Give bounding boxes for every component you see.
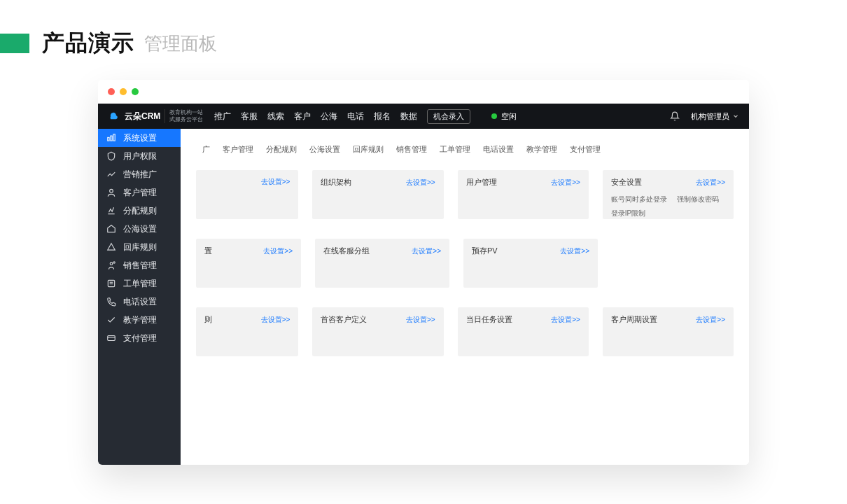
card-settings-link[interactable]: 去设置>>: [406, 315, 435, 325]
sidebar-item-sales[interactable]: 销售管理: [98, 256, 181, 274]
sidebar-item-ticket[interactable]: 工单管理: [98, 274, 181, 293]
sub-tab[interactable]: 工单管理: [433, 141, 477, 158]
card-sub-item[interactable]: 登录IP限制: [611, 209, 645, 218]
page-title: 产品演示: [42, 28, 134, 59]
chevron-down-icon: [732, 113, 739, 120]
top-nav: 推广 客服 线索 客户 公海 电话 报名 数据 机会录入: [214, 109, 470, 124]
card-title: 置: [204, 246, 212, 256]
teach-icon: [106, 315, 116, 325]
app-body: 系统设置用户权限营销推广客户管理分配规则公海设置回库规则销售管理工单管理电话设置…: [98, 129, 749, 465]
logo-tagline: 教育机构一站式服务云平台: [164, 109, 203, 123]
cloud-icon: [108, 110, 120, 122]
sub-tab[interactable]: 教学管理: [520, 141, 564, 158]
record-button[interactable]: 机会录入: [427, 109, 470, 124]
sidebar-item-user[interactable]: 客户管理: [98, 183, 181, 202]
topnav-item-signup[interactable]: 报名: [374, 111, 391, 122]
card-settings-link[interactable]: 去设置>>: [551, 315, 580, 325]
sidebar-item-allocate[interactable]: 分配规则: [98, 202, 181, 220]
app-topbar: 云朵CRM 教育机构一站式服务云平台 推广 客服 线索 客户 公海 电话 报名 …: [98, 104, 749, 129]
card-settings-link[interactable]: 去设置>>: [696, 315, 725, 325]
sidebar-item-settings[interactable]: 系统设置: [98, 129, 181, 147]
svg-point-3: [110, 189, 113, 192]
sidebar-item-label: 营销推广: [123, 169, 157, 181]
sub-tab[interactable]: 广: [196, 141, 216, 158]
card-settings-link[interactable]: 去设置>>: [406, 178, 435, 188]
topnav-item-promo[interactable]: 推广: [214, 111, 231, 122]
minimize-window-icon[interactable]: [120, 88, 127, 95]
topnav-item-service[interactable]: 客服: [241, 111, 258, 122]
pool-icon: [106, 224, 116, 234]
topnav-item-pool[interactable]: 公海: [321, 111, 337, 122]
topnav-item-leads[interactable]: 线索: [267, 111, 284, 122]
sidebar-item-shield[interactable]: 用户权限: [98, 147, 181, 165]
card-title: 预存PV: [472, 246, 498, 256]
sidebar-item-label: 电话设置: [123, 296, 157, 308]
card-settings-link[interactable]: 去设置>>: [263, 246, 293, 256]
settings-card: 首咨客户定义去设置>>: [312, 307, 443, 356]
sidebar-item-label: 支付管理: [123, 332, 157, 344]
topnav-item-customers[interactable]: 客户: [294, 111, 311, 122]
chart-icon: [106, 169, 116, 179]
sidebar-item-label: 分配规则: [123, 205, 157, 217]
svg-point-6: [113, 262, 115, 263]
card-settings-link[interactable]: 去设置>>: [560, 246, 589, 256]
card-settings-link[interactable]: 去设置>>: [551, 178, 580, 188]
card-title: 组织架构: [321, 177, 351, 188]
ticket-icon: [106, 279, 116, 288]
bell-icon[interactable]: [670, 111, 680, 121]
topnav-item-data[interactable]: 数据: [400, 111, 417, 122]
settings-card: 组织架构去设置>>: [312, 170, 443, 219]
sidebar-item-label: 销售管理: [123, 260, 157, 272]
settings-row: 置去设置>>在线客服分组去设置>>预存PV去设置>>: [196, 239, 734, 288]
sub-tab[interactable]: 回库规则: [346, 141, 390, 158]
sub-tab[interactable]: 客户管理: [216, 141, 260, 158]
card-sub-item[interactable]: 强制修改密码: [677, 195, 719, 204]
card-title: 则: [204, 314, 212, 325]
sidebar-item-recycle[interactable]: 回库规则: [98, 238, 181, 256]
sidebar-item-teach[interactable]: 教学管理: [98, 311, 181, 329]
svg-rect-1: [111, 136, 112, 141]
settings-card: 当日任务设置去设置>>: [458, 307, 589, 356]
card-settings-link[interactable]: 去设置>>: [261, 315, 290, 325]
settings-card: 在线客服分组去设置>>: [315, 239, 449, 288]
sub-tab[interactable]: 分配规则: [260, 141, 303, 158]
recycle-icon: [106, 242, 116, 252]
card-settings-link[interactable]: 去设置>>: [412, 246, 441, 256]
sidebar-item-chart[interactable]: 营销推广: [98, 165, 181, 183]
user-menu[interactable]: 机构管理员: [691, 111, 739, 122]
logo-brand-text: 云朵CRM: [125, 111, 160, 122]
shield-icon: [106, 151, 116, 161]
svg-rect-0: [108, 137, 109, 141]
svg-point-5: [110, 262, 113, 265]
card-title: 安全设置: [611, 177, 642, 188]
pay-icon: [106, 333, 116, 343]
settings-card: 用户管理去设置>>: [458, 170, 589, 219]
main-content: 广客户管理分配规则公海设置回库规则销售管理工单管理电话设置教学管理支付管理 去设…: [181, 129, 749, 465]
sub-tab[interactable]: 销售管理: [390, 141, 433, 158]
allocate-icon: [106, 206, 116, 216]
topnav-item-phone[interactable]: 电话: [347, 111, 364, 122]
settings-card: 去设置>>: [196, 170, 298, 219]
sub-tab[interactable]: 电话设置: [477, 141, 520, 158]
close-window-icon[interactable]: [108, 88, 115, 95]
sidebar-item-pool[interactable]: 公海设置: [98, 220, 181, 238]
sales-icon: [106, 260, 116, 270]
card-settings-link[interactable]: 去设置>>: [261, 177, 290, 187]
logo[interactable]: 云朵CRM 教育机构一站式服务云平台: [108, 109, 203, 123]
sub-tabs: 广客户管理分配规则公海设置回库规则销售管理工单管理电话设置教学管理支付管理: [196, 141, 734, 158]
maximize-window-icon[interactable]: [132, 88, 139, 95]
sidebar-item-pay[interactable]: 支付管理: [98, 329, 181, 347]
page-header: 产品演示 管理面板: [0, 0, 847, 80]
sub-tab[interactable]: 支付管理: [564, 141, 607, 158]
sidebar-item-label: 系统设置: [123, 132, 157, 144]
page-subtitle: 管理面板: [144, 31, 217, 56]
sidebar-item-phone[interactable]: 电话设置: [98, 293, 181, 311]
settings-row: 去设置>>组织架构去设置>>用户管理去设置>>安全设置去设置>>账号同时多处登录…: [196, 170, 734, 219]
sidebar-item-label: 回库规则: [123, 241, 157, 253]
settings-grid: 去设置>>组织架构去设置>>用户管理去设置>>安全设置去设置>>账号同时多处登录…: [196, 170, 734, 356]
status-indicator[interactable]: 空闲: [491, 111, 517, 122]
app-window: 云朵CRM 教育机构一站式服务云平台 推广 客服 线索 客户 公海 电话 报名 …: [98, 80, 749, 465]
card-settings-link[interactable]: 去设置>>: [696, 178, 725, 188]
card-sub-item[interactable]: 账号同时多处登录: [611, 195, 667, 204]
sub-tab[interactable]: 公海设置: [303, 141, 346, 158]
